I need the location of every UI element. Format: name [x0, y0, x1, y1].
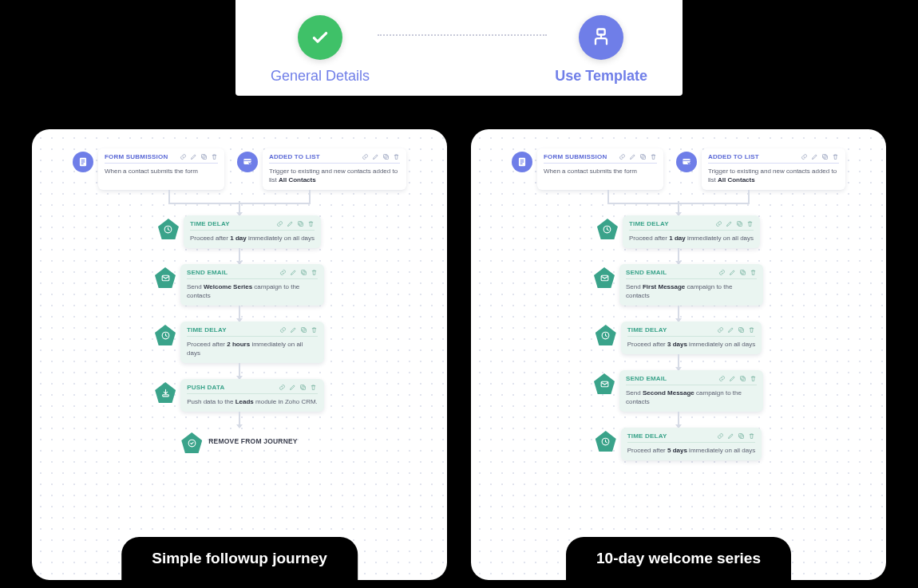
- flow-column: TIME DELAY Proceed after 1 day immediate…: [46, 190, 433, 453]
- edit-icon[interactable]: [286, 219, 294, 227]
- trigger-node[interactable]: FORM SUBMISSION When a contact submits t…: [73, 148, 224, 190]
- edit-icon[interactable]: [289, 268, 297, 276]
- delete-icon[interactable]: [307, 219, 315, 227]
- copy-icon[interactable]: [296, 219, 304, 227]
- delete-icon[interactable]: [310, 326, 318, 333]
- step-node[interactable]: PUSH DATA Push data to the Leads module …: [155, 379, 324, 412]
- delete-icon[interactable]: [831, 152, 839, 160]
- flow-node-box[interactable]: ADDED TO LIST Trigger to existing and ne…: [702, 148, 845, 190]
- edit-icon[interactable]: [628, 152, 636, 160]
- step-node[interactable]: TIME DELAY Proceed after 2 hours immedia…: [155, 322, 324, 363]
- link-icon[interactable]: [716, 432, 724, 440]
- copy-icon[interactable]: [821, 152, 829, 160]
- link-icon[interactable]: [279, 326, 287, 333]
- edit-icon[interactable]: [726, 432, 734, 440]
- flow-node-box[interactable]: PUSH DATA Push data to the Leads module …: [180, 379, 324, 412]
- connector: [239, 248, 240, 264]
- copy-icon[interactable]: [737, 432, 745, 440]
- link-icon[interactable]: [279, 268, 287, 276]
- flow-node-box[interactable]: SEND EMAIL Send Welcome Series campaign …: [180, 264, 324, 306]
- flow-column: TIME DELAY Proceed after 1 day immediate…: [485, 190, 872, 460]
- svg-rect-30: [824, 156, 828, 160]
- delete-icon[interactable]: [749, 268, 757, 276]
- list-icon: [237, 152, 258, 172]
- delay-icon: [155, 325, 176, 345]
- step-use-template[interactable]: Use Template: [555, 15, 647, 85]
- step-node[interactable]: TIME DELAY Proceed after 3 days immediat…: [596, 322, 762, 354]
- node-title: TIME DELAY: [627, 326, 667, 333]
- delay-icon: [596, 431, 616, 452]
- delete-icon[interactable]: [392, 152, 400, 160]
- copy-icon[interactable]: [737, 326, 745, 333]
- edit-icon[interactable]: [810, 152, 818, 160]
- delete-icon[interactable]: [649, 152, 657, 160]
- delete-icon[interactable]: [310, 268, 318, 276]
- link-icon[interactable]: [179, 152, 187, 160]
- step-label: Use Template: [555, 68, 647, 85]
- step-general-details[interactable]: General Details: [271, 15, 370, 85]
- trigger-node[interactable]: ADDED TO LIST Trigger to existing and ne…: [237, 148, 406, 190]
- step-node[interactable]: SEND EMAIL Send Second Message campaign …: [594, 370, 763, 412]
- svg-rect-46: [738, 433, 742, 437]
- link-icon[interactable]: [361, 152, 369, 160]
- delete-icon[interactable]: [310, 383, 318, 391]
- delete-icon[interactable]: [747, 432, 755, 440]
- node-actions: [716, 432, 755, 440]
- edit-icon[interactable]: [725, 219, 733, 227]
- link-icon[interactable]: [718, 268, 726, 276]
- edit-icon[interactable]: [726, 326, 734, 333]
- edit-icon[interactable]: [289, 326, 297, 333]
- edit-icon[interactable]: [728, 374, 736, 382]
- delete-icon[interactable]: [210, 152, 218, 160]
- flow-node-box[interactable]: ADDED TO LIST Trigger to existing and ne…: [263, 148, 406, 190]
- link-icon[interactable]: [716, 326, 724, 333]
- copy-icon[interactable]: [738, 374, 746, 382]
- end-node[interactable]: REMOVE FROM JOURNEY: [181, 429, 297, 453]
- flow-node-box[interactable]: FORM SUBMISSION When a contact submits t…: [98, 148, 224, 190]
- flow-node-box[interactable]: FORM SUBMISSION When a contact submits t…: [537, 148, 663, 190]
- link-icon[interactable]: [279, 383, 287, 391]
- flow-node-box[interactable]: TIME DELAY Proceed after 1 day immediate…: [184, 215, 321, 248]
- node-header: ADDED TO LIST: [708, 152, 839, 164]
- edit-icon[interactable]: [371, 152, 379, 160]
- node-header: TIME DELAY: [187, 326, 318, 337]
- edit-icon[interactable]: [189, 152, 197, 160]
- template-card-10day-welcome[interactable]: FORM SUBMISSION When a contact submits t…: [471, 129, 886, 580]
- trigger-node[interactable]: FORM SUBMISSION When a contact submits t…: [512, 148, 663, 190]
- delete-icon[interactable]: [749, 374, 757, 382]
- flow-node-box[interactable]: SEND EMAIL Send First Message campaign t…: [619, 264, 763, 306]
- copy-icon[interactable]: [299, 383, 307, 391]
- flow-node-box[interactable]: TIME DELAY Proceed after 3 days immediat…: [621, 322, 762, 354]
- node-body: Proceed after 1 day immediately on all d…: [190, 234, 315, 243]
- step-node[interactable]: TIME DELAY Proceed after 1 day immediate…: [597, 215, 760, 248]
- copy-icon[interactable]: [639, 152, 647, 160]
- delete-icon[interactable]: [747, 326, 755, 333]
- link-icon[interactable]: [718, 374, 726, 382]
- copy-icon[interactable]: [299, 326, 307, 333]
- link-icon[interactable]: [714, 219, 722, 227]
- edit-icon[interactable]: [728, 268, 736, 276]
- step-node[interactable]: SEND EMAIL Send First Message campaign t…: [594, 264, 763, 306]
- copy-icon[interactable]: [299, 268, 307, 276]
- flow-node-box[interactable]: TIME DELAY Proceed after 5 days immediat…: [621, 428, 762, 460]
- step-node[interactable]: TIME DELAY Proceed after 5 days immediat…: [596, 428, 762, 460]
- link-icon[interactable]: [800, 152, 808, 160]
- step-node[interactable]: TIME DELAY Proceed after 1 day immediate…: [158, 215, 321, 248]
- edit-icon[interactable]: [289, 383, 297, 391]
- template-card-simple-followup[interactable]: FORM SUBMISSION When a contact submits t…: [32, 129, 447, 580]
- flow-node-box[interactable]: SEND EMAIL Send Second Message campaign …: [619, 370, 763, 412]
- link-icon[interactable]: [275, 219, 283, 227]
- trigger-node[interactable]: ADDED TO LIST Trigger to existing and ne…: [676, 148, 845, 190]
- node-header: ADDED TO LIST: [269, 152, 400, 164]
- connector: [239, 363, 240, 379]
- copy-icon[interactable]: [200, 152, 208, 160]
- flow-node-box[interactable]: TIME DELAY Proceed after 2 hours immedia…: [180, 322, 324, 363]
- delete-icon[interactable]: [746, 219, 754, 227]
- node-title: SEND EMAIL: [626, 375, 667, 382]
- copy-icon[interactable]: [738, 268, 746, 276]
- copy-icon[interactable]: [382, 152, 390, 160]
- copy-icon[interactable]: [735, 219, 743, 227]
- flow-node-box[interactable]: TIME DELAY Proceed after 1 day immediate…: [623, 215, 760, 248]
- step-node[interactable]: SEND EMAIL Send Welcome Series campaign …: [155, 264, 324, 306]
- link-icon[interactable]: [618, 152, 626, 160]
